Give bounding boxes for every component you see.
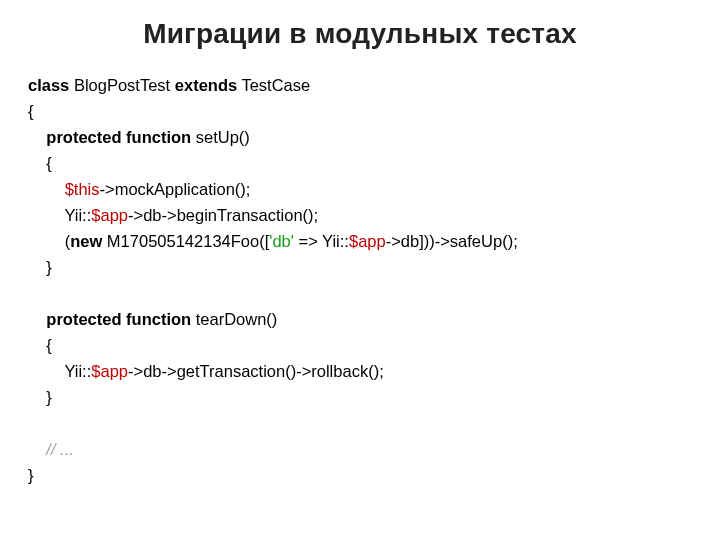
yii-app-1-rest: ->db->beginTransaction(); [128, 206, 318, 224]
teardown-sig: tearDown() [191, 310, 277, 328]
code-block: class BlogPostTest extends TestCase { pr… [28, 72, 692, 488]
yii-app-2-var: $app [349, 232, 386, 250]
class-name: BlogPostTest [69, 76, 174, 94]
extends-name: TestCase [237, 76, 310, 94]
new-mid1: M170505142134Foo([ [102, 232, 269, 250]
yii-app-3-rest: ->db->getTransaction()->rollback(); [128, 362, 384, 380]
setup-brace-close: } [46, 258, 52, 276]
kw-protected-function-2: protected function [46, 310, 191, 328]
brace-close: } [28, 466, 34, 484]
this-rest: ->mockApplication(); [100, 180, 251, 198]
kw-new: new [70, 232, 102, 250]
slide: Миграции в модульных тестах class BlogPo… [0, 0, 720, 540]
kw-protected-function-1: protected function [46, 128, 191, 146]
new-mid2: => Yii:: [294, 232, 349, 250]
comment: // ... [46, 440, 74, 458]
kw-class: class [28, 76, 69, 94]
yii-app-3-var: $app [91, 362, 128, 380]
yii-app-1-pre: Yii:: [64, 206, 91, 224]
setup-sig: setUp() [191, 128, 250, 146]
db-key: 'db' [269, 232, 294, 250]
kw-extends: extends [175, 76, 237, 94]
brace-open: { [28, 102, 34, 120]
teardown-brace-close: } [46, 388, 52, 406]
yii-app-1-var: $app [91, 206, 128, 224]
this-var: $this [65, 180, 100, 198]
setup-brace-open: { [46, 154, 52, 172]
new-rest: ->db]))->safeUp(); [386, 232, 518, 250]
teardown-brace-open: { [46, 336, 52, 354]
slide-title: Миграции в модульных тестах [28, 18, 692, 50]
yii-app-3-pre: Yii:: [64, 362, 91, 380]
